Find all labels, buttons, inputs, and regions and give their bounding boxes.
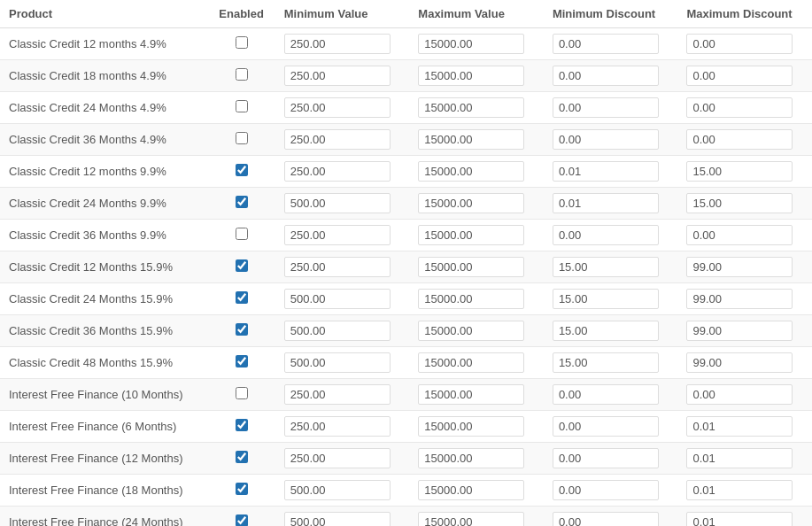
max-value-cell[interactable]	[409, 315, 544, 347]
enabled-checkbox[interactable]	[236, 196, 248, 208]
max-discount-cell[interactable]	[677, 379, 812, 411]
min-discount-cell[interactable]	[544, 251, 678, 283]
max-value-cell[interactable]	[409, 347, 544, 379]
max-discount-input[interactable]	[686, 225, 793, 245]
enabled-cell[interactable]	[207, 251, 275, 283]
max-discount-cell[interactable]	[677, 251, 812, 283]
min-value-input[interactable]	[284, 225, 391, 245]
max-value-input[interactable]	[418, 480, 524, 500]
max-discount-cell[interactable]	[677, 124, 812, 156]
enabled-cell[interactable]	[207, 315, 275, 347]
enabled-checkbox[interactable]	[236, 514, 248, 526]
max-discount-input[interactable]	[686, 66, 793, 86]
max-value-cell[interactable]	[409, 251, 544, 283]
max-value-cell[interactable]	[409, 379, 544, 411]
min-value-cell[interactable]	[275, 60, 410, 92]
enabled-cell[interactable]	[207, 443, 275, 475]
min-value-input[interactable]	[284, 161, 391, 182]
min-discount-cell[interactable]	[544, 188, 678, 220]
max-discount-input[interactable]	[686, 193, 793, 213]
max-value-input[interactable]	[418, 448, 524, 468]
max-discount-input[interactable]	[686, 161, 793, 182]
max-discount-cell[interactable]	[677, 315, 812, 347]
enabled-checkbox[interactable]	[236, 291, 248, 304]
max-value-cell[interactable]	[409, 283, 544, 315]
max-discount-cell[interactable]	[677, 156, 812, 188]
max-value-cell[interactable]	[409, 60, 544, 92]
enabled-checkbox[interactable]	[236, 228, 248, 240]
max-discount-input[interactable]	[686, 97, 793, 118]
max-value-cell[interactable]	[409, 475, 544, 507]
max-discount-cell[interactable]	[677, 188, 812, 220]
max-value-input[interactable]	[418, 193, 524, 213]
enabled-cell[interactable]	[207, 507, 275, 527]
min-value-input[interactable]	[284, 480, 391, 500]
max-value-cell[interactable]	[409, 124, 544, 156]
max-value-cell[interactable]	[409, 156, 544, 188]
enabled-checkbox[interactable]	[236, 36, 248, 49]
min-discount-input[interactable]	[553, 66, 659, 86]
max-value-input[interactable]	[418, 321, 524, 341]
max-discount-input[interactable]	[686, 512, 793, 526]
min-discount-input[interactable]	[553, 480, 659, 500]
max-discount-input[interactable]	[686, 34, 793, 54]
max-discount-input[interactable]	[686, 321, 793, 341]
max-value-input[interactable]	[418, 352, 524, 373]
max-discount-cell[interactable]	[677, 507, 812, 527]
max-value-input[interactable]	[418, 129, 524, 150]
enabled-cell[interactable]	[207, 379, 275, 411]
min-value-cell[interactable]	[275, 379, 410, 411]
enabled-cell[interactable]	[207, 188, 275, 220]
max-discount-cell[interactable]	[677, 347, 812, 379]
enabled-cell[interactable]	[207, 156, 275, 188]
max-value-input[interactable]	[418, 97, 524, 118]
min-discount-cell[interactable]	[544, 475, 678, 507]
min-value-input[interactable]	[284, 352, 391, 373]
min-value-cell[interactable]	[275, 28, 410, 60]
enabled-checkbox[interactable]	[236, 68, 248, 81]
min-discount-cell[interactable]	[544, 124, 678, 156]
enabled-cell[interactable]	[207, 347, 275, 379]
min-discount-cell[interactable]	[544, 156, 678, 188]
enabled-checkbox[interactable]	[236, 451, 248, 463]
min-discount-input[interactable]	[553, 416, 659, 437]
min-value-cell[interactable]	[275, 347, 410, 379]
enabled-checkbox[interactable]	[236, 100, 248, 112]
min-value-cell[interactable]	[275, 411, 410, 443]
min-discount-input[interactable]	[553, 97, 659, 118]
min-discount-cell[interactable]	[544, 411, 678, 443]
min-discount-input[interactable]	[553, 289, 659, 309]
enabled-cell[interactable]	[207, 475, 275, 507]
max-value-cell[interactable]	[409, 188, 544, 220]
min-discount-input[interactable]	[553, 161, 659, 182]
min-value-input[interactable]	[284, 257, 391, 277]
max-value-cell[interactable]	[409, 411, 544, 443]
enabled-cell[interactable]	[207, 220, 275, 251]
max-discount-input[interactable]	[686, 416, 793, 437]
min-discount-cell[interactable]	[544, 60, 678, 92]
min-value-input[interactable]	[284, 321, 391, 341]
max-value-input[interactable]	[418, 225, 524, 245]
min-discount-input[interactable]	[553, 321, 659, 341]
enabled-checkbox[interactable]	[236, 355, 248, 367]
enabled-checkbox[interactable]	[236, 259, 248, 272]
max-discount-input[interactable]	[686, 352, 793, 373]
max-value-cell[interactable]	[409, 220, 544, 251]
max-value-cell[interactable]	[409, 92, 544, 124]
min-value-input[interactable]	[284, 193, 391, 213]
max-discount-input[interactable]	[686, 289, 793, 309]
max-value-cell[interactable]	[409, 28, 544, 60]
max-discount-cell[interactable]	[677, 92, 812, 124]
max-discount-cell[interactable]	[677, 220, 812, 251]
min-discount-cell[interactable]	[544, 347, 678, 379]
max-discount-input[interactable]	[686, 257, 793, 277]
max-value-input[interactable]	[418, 257, 524, 277]
max-discount-cell[interactable]	[677, 283, 812, 315]
min-value-cell[interactable]	[275, 188, 410, 220]
min-value-input[interactable]	[284, 34, 391, 54]
max-discount-input[interactable]	[686, 480, 793, 500]
min-value-input[interactable]	[284, 384, 391, 405]
min-discount-input[interactable]	[553, 34, 659, 54]
min-discount-cell[interactable]	[544, 92, 678, 124]
max-discount-cell[interactable]	[677, 411, 812, 443]
